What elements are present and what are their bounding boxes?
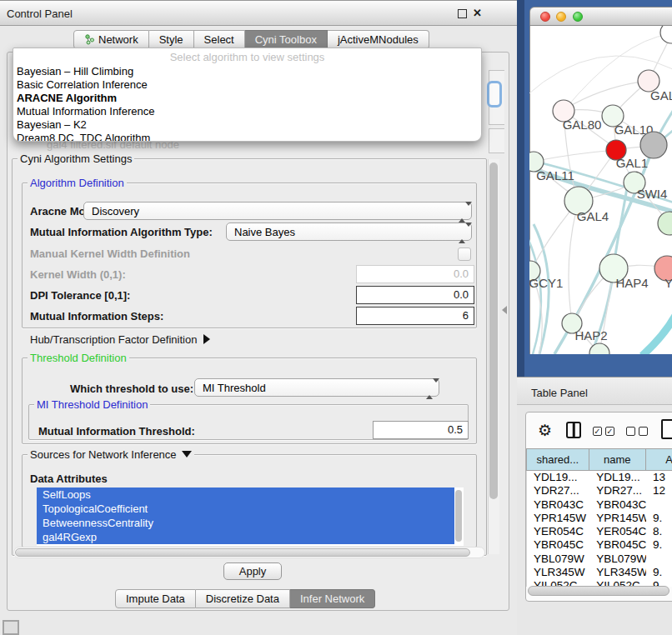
which-threshold-select[interactable]: MI Threshold bbox=[194, 378, 439, 397]
tab-label: Infer Network bbox=[300, 590, 364, 608]
table-cell: 12 bbox=[646, 484, 672, 498]
table-cell: YDR27... bbox=[589, 484, 646, 498]
algorithm-option[interactable]: Basic Correlation Inference bbox=[13, 78, 481, 92]
table-hscrollbar-thumb[interactable] bbox=[528, 586, 669, 596]
network-frame-edge bbox=[517, 0, 524, 377]
settings-hscrollbar-thumb[interactable] bbox=[15, 548, 470, 557]
table-cell: YER054C bbox=[589, 525, 646, 538]
algorithm-option[interactable]: Bayesian – Hill Climbing bbox=[13, 65, 481, 78]
tab-label: jActiveMNodules bbox=[338, 31, 419, 48]
table-row[interactable]: YER054CYER054C8. bbox=[527, 525, 672, 538]
network-node[interactable] bbox=[640, 132, 667, 158]
table-cell: YBL079W bbox=[527, 552, 589, 566]
aracne-mode-value: Discovery bbox=[92, 205, 139, 218]
table-column-header[interactable]: A bbox=[646, 448, 672, 471]
network-graph[interactable]: GALGAL80GAL10GAL1GAL11SWI4GAL4GCY1HAP4YH… bbox=[529, 26, 672, 354]
algorithm-option[interactable]: Mutual Information Inference bbox=[13, 105, 481, 118]
hub-definition-label: Hub/Transcription Factor Definition bbox=[30, 333, 197, 346]
minimize-window-icon[interactable] bbox=[556, 12, 566, 22]
tab-infer-network[interactable]: Infer Network bbox=[290, 589, 375, 608]
unchecked-checkbox-icon[interactable] bbox=[639, 427, 648, 436]
screen: { "control_panel": { "title": "Control P… bbox=[0, 0, 672, 635]
table-cell: YPR145W bbox=[527, 512, 589, 525]
obscured-groupbox-fragment-2 bbox=[489, 128, 504, 153]
apply-button[interactable]: Apply bbox=[223, 562, 282, 580]
checked-checkbox-icon[interactable]: ✓ bbox=[605, 427, 614, 436]
attribute-item[interactable]: gal4RGexp bbox=[37, 530, 454, 544]
tab-jactivemnodules[interactable]: jActiveMNodules bbox=[328, 30, 429, 49]
network-edge[interactable] bbox=[536, 150, 616, 161]
settings-scrollbar-thumb[interactable] bbox=[489, 162, 498, 499]
network-node[interactable] bbox=[658, 212, 672, 235]
mi-threshold-field[interactable]: 0.5 bbox=[373, 421, 469, 439]
attribute-item[interactable]: BetweennessCentrality bbox=[37, 516, 454, 530]
aracne-mode-select[interactable]: Discovery bbox=[83, 202, 472, 220]
manual-kernel-width-checkbox[interactable] bbox=[458, 248, 471, 261]
control-panel-titlebar: Control Panel ✕ bbox=[0, 0, 517, 26]
table-cell: 9. bbox=[646, 538, 672, 552]
float-window-icon[interactable] bbox=[458, 9, 467, 18]
tab-label: Select bbox=[204, 31, 234, 48]
tab-network[interactable]: Network bbox=[73, 30, 149, 49]
network-edge[interactable] bbox=[642, 311, 672, 354]
table-column-header[interactable]: name bbox=[589, 448, 646, 471]
tab-style[interactable]: Style bbox=[149, 30, 194, 49]
network-edge[interactable] bbox=[566, 81, 649, 108]
table-row[interactable]: YPR145WYPR145W9. bbox=[527, 512, 672, 525]
attributes-scrollbar-thumb[interactable] bbox=[455, 490, 462, 542]
table-cell: YBR043C bbox=[527, 498, 589, 512]
algorithm-option[interactable]: ARACNE Algorithm bbox=[13, 92, 481, 105]
close-window-icon[interactable] bbox=[540, 12, 550, 22]
checked-checkbox-icon[interactable]: ✓ bbox=[593, 427, 602, 436]
sources-title[interactable]: Sources for Network Inference bbox=[28, 448, 194, 461]
table-cell: YBL079W bbox=[589, 552, 646, 566]
zoom-window-icon[interactable] bbox=[573, 12, 583, 22]
algorithm-dropdown-placeholder: Select algorithm to view settings bbox=[13, 51, 481, 65]
mi-steps-label: Mutual Information Steps: bbox=[30, 310, 163, 322]
algorithm-dropdown-list[interactable]: Select algorithm to view settings Bayesi… bbox=[13, 48, 482, 142]
table-row[interactable]: YDL19...YDL19...13 bbox=[527, 471, 672, 484]
spinner-arrows-icon bbox=[459, 206, 465, 218]
splitter-collapse-icon[interactable] bbox=[502, 306, 507, 314]
which-threshold-value: MI Threshold bbox=[203, 382, 266, 394]
table-row[interactable]: YBL079WYBL079W bbox=[527, 552, 672, 566]
hub-definition-toggle[interactable]: Hub/Transcription Factor Definition bbox=[30, 333, 210, 346]
mi-threshold-definition-title: MI Threshold Definition bbox=[34, 398, 150, 411]
algorithm-dropdown-items: Bayesian – Hill ClimbingBasic Correlatio… bbox=[13, 65, 481, 142]
table-rows: YDL19...YDL19...13YDR27...YDR27...12YBR0… bbox=[526, 471, 672, 587]
control-panel-title: Control Panel bbox=[7, 8, 73, 20]
table-cell: 13 bbox=[646, 471, 672, 484]
obscured-focused-button-fragment bbox=[487, 81, 502, 108]
tab-discretize-data[interactable]: Discretize Data bbox=[196, 589, 290, 608]
tab-label: Style bbox=[159, 31, 183, 48]
table-row[interactable]: YDR27...YDR27...12 bbox=[527, 484, 672, 498]
unchecked-checkbox-icon[interactable] bbox=[626, 427, 635, 436]
dpi-tolerance-field[interactable]: 0.0 bbox=[356, 286, 474, 304]
algorithm-definition-title: Algorithm Definition bbox=[28, 177, 127, 189]
table-column-header[interactable]: shared... bbox=[526, 448, 589, 471]
tab-select[interactable]: Select bbox=[194, 30, 245, 49]
network-node[interactable] bbox=[660, 26, 672, 43]
tab-label: Impute Data bbox=[126, 590, 185, 608]
mi-steps-field[interactable]: 6 bbox=[356, 307, 474, 325]
attribute-item[interactable]: TopologicalCoefficient bbox=[37, 502, 454, 516]
data-attributes-list[interactable]: SelfLoopsTopologicalCoefficientBetweenne… bbox=[37, 488, 464, 546]
kernel-width-label: Kernel Width (0,1): bbox=[30, 268, 126, 281]
mi-algorithm-type-select[interactable]: Naive Bayes bbox=[226, 222, 472, 241]
algorithm-option[interactable]: Dream8 DC_TDC Algorithm bbox=[13, 132, 481, 142]
algorithm-option[interactable]: Bayesian – K2 bbox=[13, 118, 481, 132]
cyni-bottom-tabs: Impute DataDiscretize DataInfer Network bbox=[115, 589, 375, 608]
table-row[interactable]: YLR345WYLR345W9. bbox=[527, 566, 672, 579]
tab-cyni-toolbox[interactable]: Cyni Toolbox bbox=[245, 30, 328, 49]
cyni-algorithm-settings-title: Cyni Algorithm Settings bbox=[18, 152, 134, 165]
table-row[interactable]: YBR043CYBR043C bbox=[527, 498, 672, 512]
network-edge[interactable] bbox=[529, 236, 541, 354]
network-window-titlebar[interactable] bbox=[529, 7, 672, 26]
attribute-item[interactable]: SelfLoops bbox=[37, 488, 454, 502]
tab-impute-data[interactable]: Impute Data bbox=[115, 589, 196, 608]
columns-icon[interactable] bbox=[566, 422, 581, 438]
close-panel-icon[interactable]: ✕ bbox=[473, 7, 482, 19]
gear-icon[interactable]: ⚙ bbox=[538, 421, 552, 440]
table-row[interactable]: YBR045CYBR045C9. bbox=[527, 538, 672, 552]
page-icon[interactable] bbox=[661, 419, 672, 439]
